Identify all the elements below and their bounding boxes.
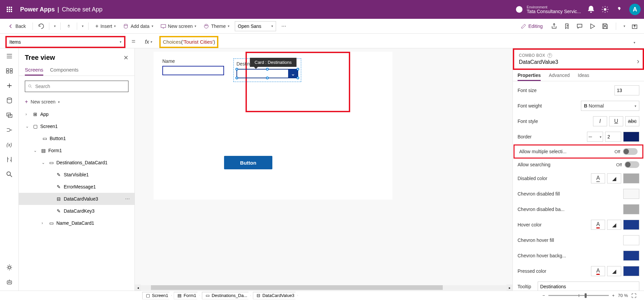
fit-icon[interactable] [631,293,637,298]
avatar[interactable]: A [629,4,641,15]
name-input[interactable] [162,66,224,75]
breadcrumb-item[interactable]: ⊟DataCardValue3 [253,292,298,299]
underline-button[interactable]: U [609,116,623,126]
tree-node-datacard[interactable]: ⌄▭Destinations_DataCard1 [19,157,135,169]
tree-view-icon[interactable] [6,67,13,75]
destinations-combobox[interactable]: ⌄ [236,69,298,78]
border-width-input[interactable] [605,132,621,142]
breadcrumb-item[interactable]: ▭Destinations_Da... [202,292,251,299]
scroll-right-icon[interactable]: ▸ [506,285,513,291]
undo-menu-chevron[interactable]: ▾ [54,24,56,28]
scroll-left-icon[interactable]: ◂ [135,285,141,291]
save-icon[interactable] [602,23,608,30]
clipboard-icon[interactable] [65,23,72,30]
bot-rail-icon[interactable] [6,278,13,286]
search-input[interactable] [25,81,128,92]
help-icon[interactable]: ? [547,53,552,58]
color-swatch[interactable] [623,220,639,230]
border-style-select[interactable]: ─▾ [587,132,603,142]
tree-node-form[interactable]: ⌄▤Form1 [19,144,135,157]
tree-node-namecard[interactable]: ›▭Name_DataCard1 [19,217,135,229]
play-icon[interactable] [589,23,596,30]
insert-button[interactable]: +Insert▾ [93,22,118,31]
tree-node-screen[interactable]: ⌄▢Screen1 [19,120,135,132]
overflow-menu[interactable]: ⋯ [279,22,288,30]
search-rail-icon[interactable] [6,171,13,178]
tab-components[interactable]: Components [50,67,78,76]
tab-ideas[interactable]: Ideas [578,73,589,81]
tree-node-button[interactable]: ▭Button1 [19,132,135,144]
checker-icon[interactable] [564,23,570,30]
color-swatch[interactable] [623,266,639,276]
data-rail-icon[interactable] [6,97,13,104]
font-size-input[interactable] [614,85,639,95]
fx-label[interactable]: fx▾ [142,39,155,45]
tree-node-error[interactable]: ✎ErrorMessage1 [19,181,135,193]
color-swatch[interactable] [623,251,639,261]
formula-input[interactable]: Choices('Tourist Cities') [163,37,215,47]
color-swatch[interactable] [623,204,639,214]
flow-rail-icon[interactable] [6,126,13,134]
canvas-stage[interactable]: Card : Destinations Name Destinations ⌄ [154,52,392,200]
undo-icon[interactable] [38,23,44,30]
color-swatch[interactable] [623,173,639,183]
environment-picker[interactable]: EnvironmentTata Consultancy Servic... [515,5,581,14]
paste-menu-chevron[interactable]: ▾ [82,24,84,28]
allow-search-toggle[interactable] [625,161,639,168]
chevron-down-icon[interactable]: ⌄ [288,70,298,78]
app-launcher-icon[interactable] [3,3,15,15]
tree-node-datacardkey[interactable]: ✎DataCardKey3 [19,205,135,217]
new-screen-button[interactable]: New screen▾ [159,22,199,30]
tools-rail-icon[interactable] [6,156,13,163]
tree-node-datacardvalue[interactable]: ⊟DataCardValue3⋯ [19,193,135,205]
fill-color-icon[interactable]: ◢ [607,266,621,276]
tab-properties[interactable]: Properties [518,73,541,81]
canvas-button[interactable]: Button [224,156,272,169]
font-weight-select[interactable]: B Normal▾ [581,101,639,111]
zoom-in-icon[interactable]: + [612,293,615,298]
font-color-icon[interactable]: A [591,266,605,276]
color-swatch[interactable] [623,189,639,199]
property-selector[interactable]: Items▾ [5,36,125,48]
border-color-swatch[interactable] [623,132,639,142]
italic-button[interactable]: I [593,116,607,126]
publish-icon[interactable] [631,23,638,30]
zoom-slider[interactable] [548,295,609,296]
tooltip-input[interactable] [538,282,639,291]
fill-color-icon[interactable]: ◢ [607,220,621,230]
zoom-out-icon[interactable]: − [542,293,545,298]
bell-icon[interactable] [587,5,595,13]
add-data-button[interactable]: Add data▾ [121,22,155,30]
node-more-icon[interactable]: ⋯ [125,196,130,202]
breadcrumb-item[interactable]: ▤Form1 [174,292,200,299]
media-rail-icon[interactable] [6,112,13,119]
font-select[interactable]: Open Sans▾ [235,21,276,31]
fill-color-icon[interactable]: ◢ [607,173,621,183]
comment-icon[interactable] [576,23,583,30]
allow-multiple-toggle[interactable] [623,148,638,155]
settings-rail-icon[interactable] [6,264,13,271]
breadcrumb-item[interactable]: ▢Screen1 [142,292,172,299]
font-color-icon[interactable]: A [591,173,605,183]
gear-icon[interactable] [601,5,609,13]
editing-mode[interactable]: Editing [519,22,545,30]
font-color-icon[interactable]: A [591,220,605,230]
share-icon[interactable] [551,23,557,30]
color-swatch[interactable] [623,235,639,245]
horizontal-scrollbar[interactable]: ◂ ▸ [135,285,513,291]
strike-button[interactable]: abc [625,116,639,126]
new-screen-button[interactable]: +New screen▾ [19,97,135,108]
close-icon[interactable]: ✕ [123,54,128,61]
formula-expand[interactable]: ▾ [630,39,639,45]
tab-screens[interactable]: Screens [25,67,43,76]
insert-rail-icon[interactable] [6,82,13,89]
tree-node-app[interactable]: ›⊞App [19,108,135,120]
tab-advanced[interactable]: Advanced [549,73,570,81]
back-button[interactable]: Back [6,22,28,30]
variable-rail-icon[interactable]: (x) [6,141,13,148]
hamburger-icon[interactable] [6,52,13,60]
save-menu-chevron[interactable]: ▾ [624,24,625,28]
tree-node-star[interactable]: ✎StarVisible1 [19,169,135,181]
chevron-right-icon[interactable]: › [637,57,639,66]
theme-button[interactable]: Theme▾ [202,22,231,30]
